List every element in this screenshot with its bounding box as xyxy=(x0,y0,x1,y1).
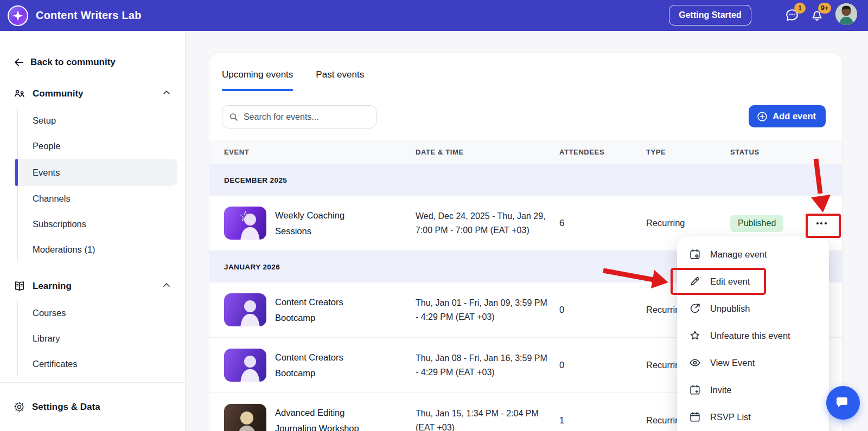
thumbnail-person-figure xyxy=(224,404,266,431)
item-label: Courses xyxy=(33,308,66,318)
sidebar-item-events[interactable]: Events xyxy=(14,159,177,186)
menu-item-rsvp-list[interactable]: RSVP List xyxy=(677,403,829,430)
event-title: Content Creators Bootcamp xyxy=(275,294,343,326)
thumbnail-person-figure xyxy=(224,293,266,326)
settings-label: Settings & Data xyxy=(32,402,100,413)
gear-icon xyxy=(13,401,25,413)
calendar-gear-icon xyxy=(689,248,701,260)
admin-sidebar: Back to community Community Setup People… xyxy=(0,31,186,431)
item-label: Library xyxy=(33,333,60,344)
chat-launcher-button[interactable] xyxy=(826,386,860,420)
event-attendees: 1 xyxy=(559,415,646,426)
month-group-december-2025: DECEMBER 2025 xyxy=(209,164,842,196)
community-subnav: Setup People Events Channels Subscriptio… xyxy=(0,107,185,266)
tab-past-events[interactable]: Past events xyxy=(316,69,364,91)
sidebar-item-library[interactable]: Library xyxy=(0,326,185,351)
event-thumbnail xyxy=(224,404,266,431)
calendar-icon xyxy=(689,411,701,423)
menu-item-unpublish[interactable]: Unpublish xyxy=(677,295,829,322)
sidebar-item-courses[interactable]: Courses xyxy=(0,300,185,326)
menu-item-label: View Event xyxy=(710,358,755,368)
calendar-plus-icon xyxy=(689,384,701,396)
sidebar-item-subscriptions[interactable]: Subscriptions xyxy=(0,211,185,237)
menu-item-edit-event[interactable]: Edit event xyxy=(677,268,829,295)
back-to-community-link[interactable]: Back to community xyxy=(0,52,185,73)
event-title: Weekly Coaching Sessions xyxy=(275,208,344,239)
item-label: Moderations (1) xyxy=(33,245,95,255)
menu-item-view-event[interactable]: View Event xyxy=(677,349,829,376)
menu-item-label: Manage event xyxy=(710,249,767,260)
learning-subnav: Courses Library Certificates xyxy=(0,299,185,380)
menu-item-label: Unfeature this event xyxy=(710,331,790,341)
event-thumbnail xyxy=(224,293,266,326)
item-label: Events xyxy=(33,168,60,178)
item-label: Setup xyxy=(33,115,56,126)
col-type: TYPE xyxy=(646,148,730,156)
getting-started-button[interactable]: Getting Started xyxy=(669,5,751,25)
community-section-label: Community xyxy=(33,88,161,99)
event-datetime: Thu, Jan 08 - Fri, Jan 16, 3:59 PM - 4:2… xyxy=(416,351,559,379)
event-datetime: Thu, Jan 15, 1:34 PM - 2:04 PM (EAT +03) xyxy=(416,407,559,431)
tab-upcoming-events[interactable]: Upcoming events xyxy=(222,69,293,91)
menu-item-manage-event[interactable]: Manage event xyxy=(677,241,829,268)
event-title: Content Creators Bootcamp xyxy=(275,350,343,381)
event-attendees: 6 xyxy=(559,218,646,228)
chat-widget-icon xyxy=(834,394,852,411)
events-search[interactable] xyxy=(222,105,376,128)
events-toolbar: Add event xyxy=(209,91,842,131)
settings-and-data-link[interactable]: Settings & Data xyxy=(0,382,185,431)
back-label: Back to community xyxy=(30,57,116,68)
row-actions-menu: Manage event Edit event Unpublish Unfeat… xyxy=(677,236,829,431)
chevron-up-icon[interactable] xyxy=(161,280,172,293)
chevron-up-icon[interactable] xyxy=(161,87,172,100)
community-title: Content Writers Lab xyxy=(36,9,142,22)
col-datetime: DATE & TIME xyxy=(416,148,559,156)
notifications-badge: 9+ xyxy=(818,3,831,14)
top-header: Content Writers Lab Getting Started 1 9+ xyxy=(0,0,868,31)
star-icon xyxy=(689,330,701,342)
sidebar-item-setup[interactable]: Setup xyxy=(0,108,185,133)
event-title: Advanced Editing Journaling Workshop xyxy=(275,405,359,431)
menu-item-invite[interactable]: Invite xyxy=(677,376,829,403)
menu-item-label: Unpublish xyxy=(710,304,750,314)
row-actions-button[interactable] xyxy=(809,215,834,231)
item-label: Subscriptions xyxy=(33,219,86,229)
menu-item-unfeature-event[interactable]: Unfeature this event xyxy=(677,322,829,349)
sparkle-icon xyxy=(11,9,24,22)
status-badge: Published xyxy=(730,215,783,232)
avatar-image xyxy=(835,3,857,25)
event-datetime: Wed, Dec 24, 2025 - Thu, Jan 29, 7:00 PM… xyxy=(416,209,559,237)
star-overlay-icon: ☆ xyxy=(239,209,252,224)
col-event: EVENT xyxy=(224,148,416,156)
thumbnail-person-figure xyxy=(224,349,266,382)
col-status: STATUS xyxy=(730,148,809,156)
messages-badge: 1 xyxy=(794,3,806,14)
sidebar-section-learning[interactable]: Learning xyxy=(0,273,185,299)
sidebar-item-people[interactable]: People xyxy=(0,133,185,159)
arrow-circle-icon xyxy=(689,303,701,314)
search-input[interactable] xyxy=(244,112,369,122)
menu-item-label: Invite xyxy=(710,385,731,395)
menu-item-label: RSVP List xyxy=(710,412,751,422)
add-event-button[interactable]: Add event xyxy=(749,105,826,127)
sidebar-item-certificates[interactable]: Certificates xyxy=(0,351,185,377)
event-attendees: 0 xyxy=(559,305,646,315)
menu-item-label: Edit event xyxy=(710,276,750,287)
pencil-icon xyxy=(689,275,701,287)
sidebar-item-channels[interactable]: Channels xyxy=(0,186,185,211)
user-avatar[interactable] xyxy=(835,3,857,25)
search-icon xyxy=(229,112,239,123)
item-label: People xyxy=(33,141,60,151)
community-logo[interactable] xyxy=(8,5,28,26)
add-event-label: Add event xyxy=(773,111,816,121)
sidebar-item-moderations[interactable]: Moderations (1) xyxy=(0,237,185,262)
item-label: Certificates xyxy=(33,359,78,369)
event-thumbnail: ☆ xyxy=(224,207,266,240)
plus-circle-icon xyxy=(756,111,768,123)
events-tabs: Upcoming events Past events xyxy=(209,53,842,91)
active-indicator xyxy=(15,159,18,186)
event-type: Recurring xyxy=(646,218,730,228)
eye-icon xyxy=(689,357,701,369)
table-header-row: EVENT DATE & TIME ATTENDEES TYPE STATUS xyxy=(209,140,842,164)
sidebar-section-community[interactable]: Community xyxy=(0,81,185,107)
